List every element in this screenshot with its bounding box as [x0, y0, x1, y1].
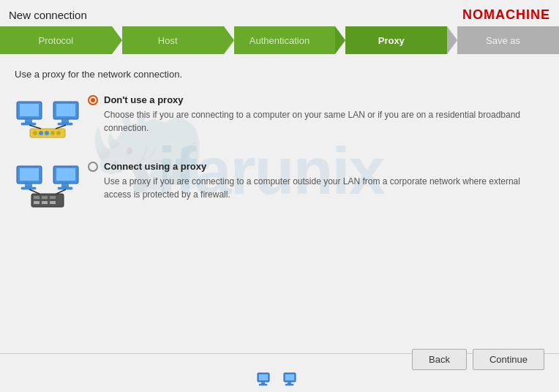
svg-rect-6: [61, 119, 69, 123]
svg-point-10: [39, 131, 43, 135]
logo-machine: MACHINE: [484, 7, 550, 22]
use-proxy-text: Connect using a proxy Use a proxy if you…: [88, 161, 544, 201]
title-bar: New connection NOMACHINE: [0, 0, 559, 26]
use-proxy-title: Connect using a proxy: [104, 161, 206, 172]
svg-rect-39: [288, 382, 291, 384]
page-subtitle: Use a proxy for the network connection.: [15, 69, 544, 80]
svg-rect-21: [56, 168, 75, 181]
step-host[interactable]: Host: [112, 26, 224, 54]
svg-line-31: [29, 189, 40, 194]
no-proxy-option[interactable]: Don't use a proxy Choose this if you are…: [15, 94, 544, 143]
svg-point-9: [33, 131, 37, 135]
svg-rect-30: [50, 201, 56, 204]
svg-rect-29: [42, 201, 48, 204]
proxy-computers-icon: [15, 162, 80, 214]
svg-rect-40: [285, 384, 293, 385]
continue-button[interactable]: Continue: [473, 349, 544, 370]
svg-line-14: [29, 125, 41, 129]
svg-point-13: [56, 131, 61, 135]
svg-rect-5: [56, 104, 75, 116]
use-proxy-radio[interactable]: [88, 162, 98, 172]
back-button[interactable]: Back: [412, 349, 467, 370]
svg-rect-27: [50, 196, 56, 199]
svg-rect-18: [25, 184, 32, 187]
svg-rect-26: [42, 196, 48, 199]
step-save_as: Save as: [447, 26, 559, 54]
svg-rect-17: [20, 168, 39, 181]
use-proxy-icon: [15, 162, 80, 214]
svg-rect-22: [61, 184, 69, 187]
svg-rect-7: [58, 123, 72, 125]
use-proxy-option[interactable]: Connect using a proxy Use a proxy if you…: [15, 161, 544, 214]
no-proxy-desc: Choose this if you are connecting to a c…: [104, 108, 544, 135]
bottom-bar: Back Continue: [0, 349, 559, 370]
svg-rect-3: [21, 123, 36, 125]
svg-point-11: [45, 131, 49, 135]
svg-line-32: [56, 189, 66, 194]
step-protocol[interactable]: Protocol: [0, 26, 112, 54]
svg-point-12: [50, 131, 55, 135]
step-authentication[interactable]: Authentication: [224, 26, 336, 54]
no-proxy-radio[interactable]: [88, 95, 98, 105]
svg-rect-34: [259, 374, 268, 380]
logo-no: NO: [462, 7, 484, 22]
svg-rect-38: [285, 374, 294, 380]
svg-rect-2: [25, 119, 32, 123]
no-proxy-label-row[interactable]: Don't use a proxy: [88, 94, 544, 105]
no-proxy-title: Don't use a proxy: [104, 94, 184, 105]
no-proxy-text: Don't use a proxy Choose this if you are…: [88, 94, 544, 135]
svg-rect-25: [34, 196, 40, 199]
nomachine-logo: NOMACHINE: [462, 7, 550, 23]
step-proxy[interactable]: Proxy: [335, 26, 447, 54]
svg-line-15: [56, 125, 66, 129]
svg-rect-35: [261, 382, 265, 384]
use-proxy-label-row[interactable]: Connect using a proxy: [88, 161, 544, 172]
svg-rect-28: [34, 201, 40, 204]
svg-rect-23: [58, 187, 72, 189]
no-proxy-icon: [15, 96, 80, 143]
main-content: 🦏 ifarunix Use a proxy for the network c…: [0, 54, 559, 333]
footer-icon-2: [283, 372, 302, 386]
svg-rect-1: [20, 104, 39, 116]
svg-rect-36: [259, 384, 267, 385]
lan-computers-icon: [15, 96, 80, 143]
svg-rect-24: [31, 194, 64, 207]
stepper: ProtocolHostAuthenticationProxySave as: [0, 26, 559, 54]
footer: [0, 370, 559, 388]
svg-rect-19: [21, 187, 36, 189]
footer-icon-1: [257, 372, 276, 386]
use-proxy-desc: Use a proxy if you are connecting to a c…: [104, 175, 544, 201]
window-title: New connection: [9, 9, 87, 21]
